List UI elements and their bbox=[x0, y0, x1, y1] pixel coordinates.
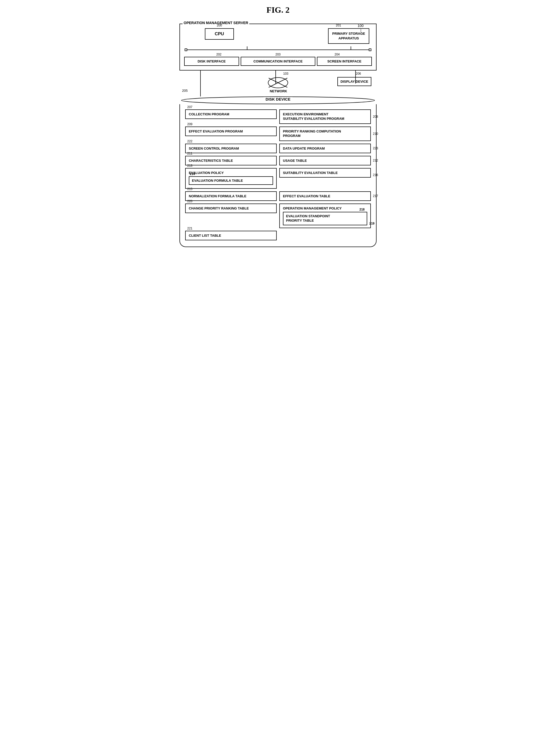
disk-interface-box: DISK INTERFACE bbox=[184, 57, 239, 66]
characteristics-table: CHARACTERISTICS TABLE bbox=[185, 156, 277, 166]
ref-208: 208 bbox=[373, 115, 378, 118]
ref-221: 221 bbox=[187, 226, 193, 230]
ref-217: 217 bbox=[373, 194, 378, 198]
ref-200: 200 bbox=[217, 24, 222, 27]
ref-214-inner: 214 bbox=[190, 172, 195, 176]
ref-205: 205 bbox=[182, 89, 188, 93]
eval-formula-table: EVALUATION FORMULA TABLE bbox=[189, 176, 273, 185]
ref-210: 210 bbox=[373, 132, 378, 136]
ref-207: 207 bbox=[187, 105, 193, 109]
ref-222: 222 bbox=[187, 140, 193, 143]
op-mgmt-policy-box: OPERATION MANAGEMENT POLICY 218 EVALUATI… bbox=[279, 204, 371, 228]
ref-215: 215 bbox=[187, 187, 193, 191]
eval-standpoint-priority-table: EVALUATION STANDPOINTPRIORITY TABLE bbox=[283, 212, 367, 225]
ref-206: 206 bbox=[356, 72, 361, 75]
normalization-formula-table: NORMALIZATION FORMULA TABLE bbox=[185, 191, 277, 201]
ref-103: 103 bbox=[283, 72, 288, 75]
ref-211: 211 bbox=[187, 152, 193, 155]
primary-storage-box: PRIMARY STORAGE APPARATUS bbox=[328, 28, 369, 44]
ref-213: 213 bbox=[187, 164, 193, 168]
ref-203: 203 bbox=[275, 52, 281, 56]
data-update-program: DATA UPDATE PROGRAM bbox=[279, 144, 371, 153]
change-priority-table: CHANGE PRIORITY RANKING TABLE bbox=[185, 204, 277, 213]
priority-ranking-program: PRIORITY RANKING COMPUTATIONPROGRAM bbox=[279, 127, 371, 141]
ref-202: 202 bbox=[216, 52, 221, 56]
ref-209: 209 bbox=[187, 122, 193, 126]
comm-interface-box: COMMUNICATION INTERFACE bbox=[241, 57, 315, 66]
collection-program: COLLECTION PROGRAM bbox=[185, 109, 277, 119]
suitability-eval-table: SUITABILITY EVALUATION TABLE bbox=[279, 168, 371, 178]
exec-env-program: EXECUTION ENVIRONMENTSUITABILITY EVALUAT… bbox=[279, 109, 371, 124]
screen-interface-box: SCREEN INTERFACE bbox=[317, 57, 372, 66]
cpu-box: CPU bbox=[205, 28, 234, 40]
ref-204: 204 bbox=[335, 52, 340, 56]
ref-219: 219 bbox=[369, 222, 375, 225]
client-list-table: CLIENT LIST TABLE bbox=[185, 231, 277, 240]
ref-216: 216 bbox=[373, 173, 378, 177]
server-box: OPERATION MANAGEMENT SERVER 200 CPU 201 … bbox=[179, 24, 377, 71]
effect-eval-table: EFFECT EVALUATION TABLE bbox=[279, 191, 371, 201]
ref-220: 220 bbox=[187, 200, 193, 203]
ref-212: 212 bbox=[373, 159, 378, 162]
evaluation-policy-box: EVALUATION POLICY 214 EVALUATION FORMULA… bbox=[185, 168, 277, 189]
display-device-box: DISPLAY DEVICE bbox=[337, 77, 371, 86]
figure-title: FIG. 2 bbox=[179, 5, 377, 15]
screen-control-program: SCREEN CONTROL PROGRAM bbox=[185, 144, 277, 153]
ref-218: 218 bbox=[359, 208, 364, 211]
network-icon bbox=[268, 77, 288, 88]
effect-eval-program: EFFECT EVALUATION PROGRAM bbox=[185, 127, 277, 136]
network-label: NETWORK bbox=[270, 89, 287, 93]
usage-table: USAGE TABLE bbox=[279, 156, 371, 166]
ref-201: 201 bbox=[336, 24, 341, 27]
ref-223: 223 bbox=[373, 146, 378, 150]
disk-device-label: DISK DEVICE bbox=[264, 97, 292, 101]
page: FIG. 2 100 OPERATION MANAGEMENT SERVER 2… bbox=[179, 5, 377, 247]
server-label: OPERATION MANAGEMENT SERVER bbox=[182, 21, 249, 25]
